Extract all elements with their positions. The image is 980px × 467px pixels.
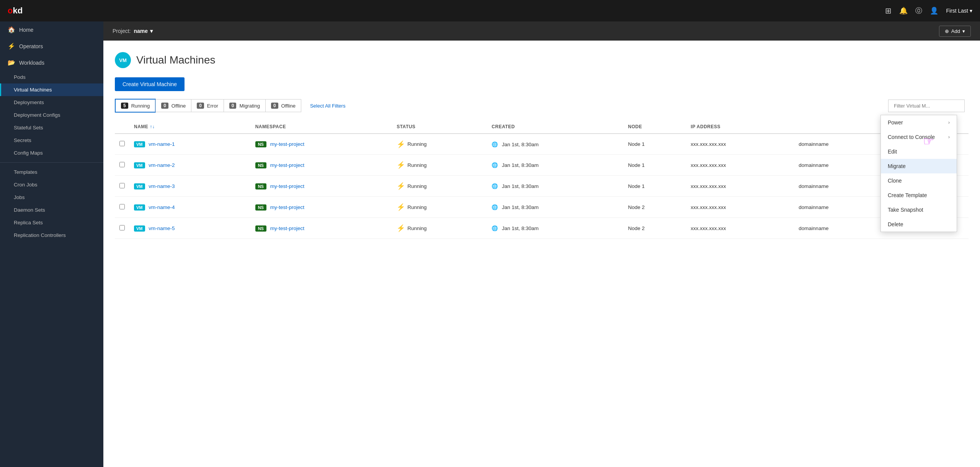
status-cell: ⚡ Running	[397, 182, 482, 190]
created-date: Jan 1st, 8:30am	[502, 162, 539, 168]
col-domain-header	[794, 120, 889, 134]
row-vm-badge: VM	[134, 162, 145, 168]
sidebar-item-deployments[interactable]: Deployments	[0, 96, 103, 109]
menu-item-label: Clone	[888, 178, 902, 184]
sidebar-item-deployment-configs[interactable]: Deployment Configs	[0, 109, 103, 121]
vm-name-link[interactable]: vm-name-5	[149, 225, 175, 231]
menu-item-label: Connect to Console	[888, 134, 935, 140]
logo[interactable]: okd	[8, 6, 23, 16]
menu-item-label: Take Snapshot	[888, 207, 923, 213]
sidebar-item-replication-controllers[interactable]: Replication Controllers	[0, 229, 103, 242]
filter-offline2[interactable]: 0 Offline	[265, 99, 301, 112]
context-menu-item-delete[interactable]: Delete	[881, 217, 957, 232]
project-name[interactable]: name ▾	[134, 28, 153, 34]
node-cell: Node 1	[623, 155, 686, 176]
sidebar-item-templates[interactable]: Templates	[0, 166, 103, 178]
row-checkbox[interactable]	[119, 141, 125, 146]
submenu-arrow-icon: ›	[948, 134, 950, 140]
running-icon: ⚡	[397, 224, 405, 232]
sidebar-item-home[interactable]: 🏠 Home	[0, 21, 103, 38]
context-menu-item-power[interactable]: Power›	[881, 115, 957, 130]
sidebar-item-config-maps[interactable]: Config Maps	[0, 147, 103, 159]
create-virtual-machine-button[interactable]: Create Virtual Machine	[115, 77, 185, 91]
context-menu: Power›Connect to Console›EditMigrateClon…	[880, 115, 957, 232]
menu-item-label: Delete	[888, 221, 903, 227]
layout: 🏠 Home ⚡ Operators 📂 Workloads Pods Virt…	[0, 21, 980, 467]
running-icon: ⚡	[397, 140, 405, 149]
add-button[interactable]: ⊕ Add ▾	[939, 26, 971, 37]
plus-icon: ⊕	[945, 28, 949, 34]
status-text: Running	[407, 204, 426, 210]
ip-cell: xxx.xxx.xxx.xxx	[686, 134, 794, 155]
running-icon: ⚡	[397, 182, 405, 190]
vm-name-link[interactable]: vm-name-2	[149, 162, 175, 168]
project-selector[interactable]: Project: name ▾	[113, 28, 153, 34]
sidebar-item-stateful-sets[interactable]: Stateful Sets	[0, 121, 103, 134]
ip-cell: xxx.xxx.xxx.xxx	[686, 197, 794, 218]
globe-icon: 🌐	[492, 142, 498, 147]
vm-name-link[interactable]: vm-name-1	[149, 141, 175, 147]
context-menu-item-take-snapshot[interactable]: Take Snapshot	[881, 202, 957, 217]
grid-icon[interactable]: ⊞	[885, 6, 892, 15]
context-menu-item-clone[interactable]: Clone	[881, 173, 957, 188]
row-vm-badge: VM	[134, 204, 145, 211]
sidebar-item-pods[interactable]: Pods	[0, 71, 103, 83]
row-vm-badge: VM	[134, 225, 145, 232]
filter-running[interactable]: 5 Running	[115, 99, 156, 113]
context-menu-item-connect-to-console[interactable]: Connect to Console›	[881, 130, 957, 144]
context-menu-item-create-template[interactable]: Create Template	[881, 188, 957, 202]
table-row: VM vm-name-1 NS my-test-project ⚡ Runnin…	[115, 134, 969, 155]
sidebar-item-operators[interactable]: ⚡ Operators	[0, 38, 103, 54]
filter-input[interactable]	[888, 100, 965, 112]
main-content: VM Virtual Machines Create Virtual Machi…	[103, 41, 980, 467]
sidebar-item-secrets[interactable]: Secrets	[0, 134, 103, 147]
row-checkbox[interactable]	[119, 204, 125, 209]
sidebar-item-replica-sets[interactable]: Replica Sets	[0, 216, 103, 229]
sort-icon[interactable]: ↑↓	[150, 124, 155, 129]
user-icon[interactable]: 👤	[930, 7, 938, 15]
created-date: Jan 1st, 8:30am	[502, 225, 539, 231]
globe-icon: 🌐	[492, 162, 498, 168]
filter-migrating[interactable]: 0 Migrating	[224, 99, 266, 112]
node-cell: Node 2	[623, 197, 686, 218]
sidebar-item-workloads[interactable]: 📂 Workloads	[0, 54, 103, 71]
notifications-icon[interactable]: 🔔	[899, 7, 908, 15]
table-row: VM vm-name-4 NS my-test-project ⚡ Runnin…	[115, 197, 969, 218]
domain-cell: domainname	[794, 197, 889, 218]
sidebar-item-virtual-machines[interactable]: Virtual Machines	[0, 83, 103, 96]
namespace-link[interactable]: my-test-project	[270, 141, 304, 147]
row-checkbox[interactable]	[119, 183, 125, 188]
filter-error[interactable]: 0 Error	[191, 99, 224, 112]
col-ip-header: IP ADDRESS	[686, 120, 794, 134]
help-icon[interactable]: ⓪	[915, 6, 922, 15]
sidebar: 🏠 Home ⚡ Operators 📂 Workloads Pods Virt…	[0, 21, 103, 467]
context-menu-item-migrate[interactable]: Migrate	[881, 159, 957, 173]
namespace-link[interactable]: my-test-project	[270, 162, 304, 168]
user-menu[interactable]: First Last ▾	[946, 8, 972, 14]
context-menu-item-edit[interactable]: Edit	[881, 144, 957, 159]
filter-offline[interactable]: 0 Offline	[155, 99, 191, 112]
ip-cell: xxx.xxx.xxx.xxx	[686, 218, 794, 239]
ns-badge: NS	[255, 204, 266, 211]
sidebar-item-jobs[interactable]: Jobs	[0, 191, 103, 204]
row-checkbox[interactable]	[119, 225, 125, 230]
created-date: Jan 1st, 8:30am	[502, 183, 539, 189]
top-navigation: okd ⊞ 🔔 ⓪ 👤 First Last ▾	[0, 0, 980, 21]
domain-cell: domainname	[794, 155, 889, 176]
namespace-link[interactable]: my-test-project	[270, 225, 304, 231]
namespace-link[interactable]: my-test-project	[270, 204, 304, 210]
col-name-header[interactable]: NAME ↑↓	[129, 120, 251, 134]
select-all-filters[interactable]: Select All Filters	[305, 100, 351, 112]
created-date: Jan 1st, 8:30am	[502, 204, 539, 210]
domain-cell: domainname	[794, 218, 889, 239]
row-checkbox[interactable]	[119, 162, 125, 167]
globe-icon: 🌐	[492, 204, 498, 210]
row-vm-badge: VM	[134, 141, 145, 147]
sidebar-item-cron-jobs[interactable]: Cron Jobs	[0, 178, 103, 191]
vm-name-link[interactable]: vm-name-4	[149, 204, 175, 210]
namespace-link[interactable]: my-test-project	[270, 183, 304, 189]
col-namespace-header: NAMESPACE	[251, 120, 392, 134]
vm-name-link[interactable]: vm-name-3	[149, 183, 175, 189]
status-cell: ⚡ Running	[397, 224, 482, 232]
sidebar-item-daemon-sets[interactable]: Daemon Sets	[0, 204, 103, 216]
